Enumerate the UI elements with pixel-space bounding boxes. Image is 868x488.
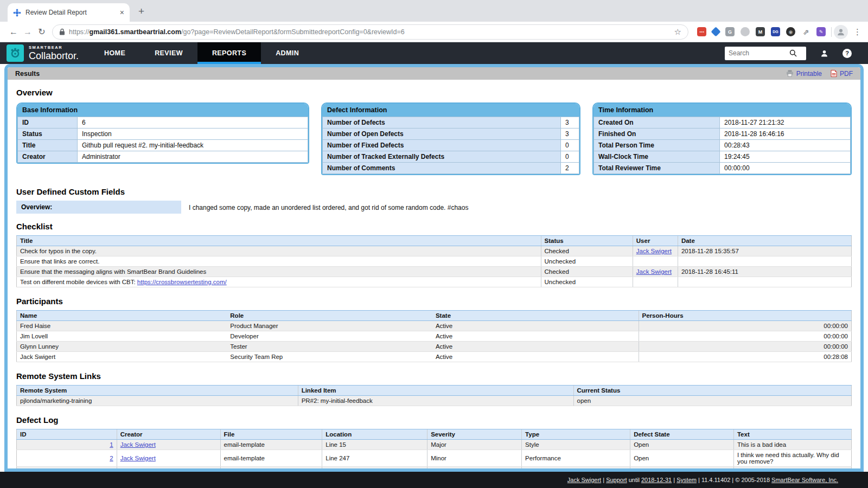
checklist-title: Test on different mobile devices with CB…: [17, 277, 541, 287]
footer-link[interactable]: System: [676, 477, 697, 483]
checklist-row: Ensure that the messaging aligns with Sm…: [17, 267, 852, 277]
search-input[interactable]: [729, 49, 789, 57]
nav-item-home[interactable]: HOME: [90, 42, 140, 64]
tab-close-icon[interactable]: ×: [120, 8, 124, 17]
ext-letter-g-icon[interactable]: G: [725, 27, 735, 36]
nav-item-review[interactable]: REVIEW: [140, 42, 197, 64]
browser-tab[interactable]: Review Detail Report ×: [8, 3, 130, 22]
checklist-user: [633, 256, 678, 267]
info-row: Finished On2018-11-28 16:46:16: [594, 129, 851, 140]
base-information-title: Base Information: [17, 104, 308, 117]
checklist-user-link[interactable]: Jack Swigert: [636, 268, 672, 275]
info-value: 2: [561, 163, 579, 174]
defect-id: 1: [17, 440, 117, 450]
reload-icon[interactable]: ↻: [35, 27, 49, 37]
search-box[interactable]: [725, 47, 806, 60]
column-header: Severity: [427, 429, 522, 440]
info-value: Administrator: [78, 151, 308, 163]
checklist-user: [633, 277, 678, 287]
participant-state: Active: [432, 331, 639, 342]
column-header: Status: [541, 236, 633, 246]
defect-id: 2: [17, 450, 117, 467]
checklist-table: TitleStatusUserDate Check for typos in t…: [16, 235, 852, 287]
defect-information-box: Defect Information Number of Defects3Num…: [321, 102, 580, 175]
printable-link[interactable]: Printable: [786, 70, 822, 78]
participant-role: Product Manager: [227, 321, 432, 331]
remote-links-header-row: Remote SystemLinked ItemCurrent Status: [17, 386, 852, 396]
nav-items: HOMEREVIEWREPORTSADMIN: [90, 42, 314, 64]
smartbear-collaborator-logo[interactable]: SMARTBEAR Collabortor.: [0, 42, 90, 64]
column-header: Linked Item: [298, 386, 573, 396]
footer-link[interactable]: Support: [606, 477, 627, 483]
defect-type: Performance: [522, 450, 630, 467]
linked-item: PR#2: my-initial-feedback: [298, 396, 573, 406]
info-row: Created On2018-11-27 21:21:32: [594, 117, 851, 129]
pdf-link[interactable]: PDF: [831, 70, 853, 78]
new-tab-button[interactable]: +: [138, 5, 144, 17]
info-label: Number of Comments: [323, 163, 561, 174]
defect-creator: Jack Swigert: [117, 440, 220, 450]
checklist-title-url-link[interactable]: https://crossbrowsertesting.com/: [137, 279, 227, 285]
checklist-title: Check for typos in the copy.: [17, 246, 541, 256]
defect-id-link[interactable]: 2: [110, 455, 113, 461]
current-status: open: [573, 396, 852, 406]
defect-id-link[interactable]: 1: [110, 441, 113, 448]
forward-icon[interactable]: →: [21, 27, 35, 37]
back-icon[interactable]: ←: [7, 27, 21, 37]
checklist-status: Checked: [541, 267, 633, 277]
participant-state: Active: [432, 352, 639, 362]
checklist-user-link[interactable]: Jack Swigert: [636, 248, 672, 254]
defect-creator-link[interactable]: Jack Swigert: [120, 455, 156, 461]
remote-system: pjlonda/marketing-training: [17, 396, 298, 406]
user-account-icon[interactable]: [820, 49, 828, 57]
nav-item-reports[interactable]: REPORTS: [197, 42, 261, 64]
info-value: 00:00:00: [720, 163, 851, 174]
ext-blue-diamond-icon[interactable]: [711, 27, 720, 36]
ext-letter-m-icon[interactable]: M: [756, 27, 765, 36]
search-icon[interactable]: [789, 49, 797, 57]
url-text: https://gmail361.smartbeartrial.com/go?p…: [69, 28, 405, 36]
ext-dg-icon[interactable]: DG: [771, 27, 780, 36]
ext-purple-pen-icon[interactable]: ✎: [816, 27, 826, 36]
participant-hours: 00:00:00: [639, 321, 851, 331]
browser-url-bar: ← → ↻ https://gmail361.smartbeartrial.co…: [0, 22, 868, 42]
defect-information-title: Defect Information: [322, 104, 579, 117]
remote-link-row: pjlonda/marketing-trainingPR#2: my-initi…: [17, 396, 852, 406]
info-row: Total Reviewer Time00:00:00: [594, 163, 851, 174]
defect-creator: Jack Swigert: [117, 450, 220, 467]
url-field[interactable]: https://gmail361.smartbeartrial.com/go?p…: [52, 24, 688, 40]
help-icon[interactable]: ?: [843, 49, 852, 58]
ext-sphere-icon[interactable]: [741, 27, 750, 36]
participant-name: Glynn Lunney: [17, 342, 227, 352]
nav-item-admin[interactable]: ADMIN: [261, 42, 314, 64]
smartbear-logo-icon: [7, 44, 24, 62]
profile-avatar[interactable]: [834, 25, 848, 39]
bookmark-star-icon[interactable]: ☆: [674, 27, 681, 37]
url-domain: gmail361.smartbeartrial.com: [90, 28, 182, 36]
column-header: Defect State: [630, 429, 734, 440]
padlock-icon: [59, 28, 65, 35]
browser-menu-icon[interactable]: ⋮: [853, 27, 861, 37]
results-bar: Results Printable PDF: [8, 67, 860, 80]
info-row: Number of Open Defects3: [323, 129, 579, 140]
defect-creator-link[interactable]: Jack Swigert: [120, 441, 156, 448]
footer-separator: | 11.4.11402 | © 2005-2018: [697, 477, 771, 483]
footer-link[interactable]: 2018-12-31: [641, 477, 672, 483]
defect-location: Line 469: [322, 467, 427, 472]
footer-link[interactable]: SmartBear Software, Inc.: [771, 477, 838, 483]
info-row: ID6: [18, 117, 308, 129]
info-label: Total Reviewer Time: [594, 163, 720, 174]
defect-log-heading: Defect Log: [16, 415, 852, 425]
column-header: Name: [17, 311, 227, 321]
checklist-user: Jack Swigert: [633, 267, 678, 277]
info-row: Number of Defects3: [323, 117, 579, 129]
ext-gray-arrow-icon[interactable]: ⇗: [801, 27, 810, 36]
defect-state: Open: [630, 440, 734, 450]
defect-creator: Jack Swigert: [117, 467, 220, 472]
ext-red-grid-icon[interactable]: ⋯: [697, 27, 706, 36]
footer-link[interactable]: Jack Swigert: [567, 477, 601, 483]
column-header: Creator: [117, 429, 220, 440]
info-label: Number of Tracked Externally Defects: [323, 151, 561, 163]
participant-state: Active: [432, 342, 639, 352]
ext-dark-circle-icon[interactable]: ◉: [786, 27, 795, 36]
